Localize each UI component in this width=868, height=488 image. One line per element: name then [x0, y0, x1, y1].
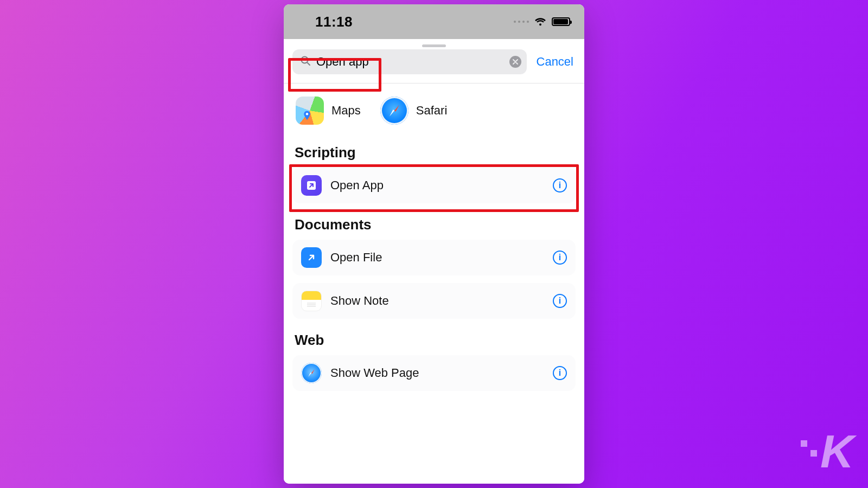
svg-line-1 — [307, 62, 310, 65]
status-icons — [514, 17, 570, 26]
safari-app-icon — [380, 97, 409, 125]
notes-app-icon — [301, 291, 322, 311]
phone-frame: 11:18 — [284, 4, 584, 484]
suggestion-label: Safari — [416, 104, 447, 118]
search-sheet: Cancel Maps Safari — [284, 39, 584, 484]
open-file-icon — [301, 247, 322, 268]
svg-point-3 — [306, 113, 308, 115]
watermark: K — [801, 425, 853, 478]
action-title: Open App — [330, 178, 544, 192]
search-input[interactable] — [316, 55, 503, 69]
section-title-web: Web — [295, 332, 576, 349]
action-title: Open File — [330, 251, 544, 265]
suggestion-safari[interactable]: Safari — [380, 97, 447, 125]
app-suggestions: Maps Safari — [292, 84, 576, 140]
info-button[interactable]: i — [553, 294, 567, 308]
svg-marker-11 — [308, 373, 311, 377]
section-title-scripting: Scripting — [295, 144, 576, 161]
sheet-grabber[interactable] — [422, 44, 446, 47]
open-app-icon — [301, 175, 322, 196]
search-icon — [300, 55, 311, 68]
info-button[interactable]: i — [553, 366, 567, 380]
action-open-app[interactable]: Open App i — [292, 168, 576, 203]
status-time: 11:18 — [315, 14, 353, 30]
svg-marker-5 — [388, 110, 394, 117]
action-title: Show Note — [330, 294, 544, 308]
svg-marker-10 — [311, 369, 315, 374]
wallpaper: 11:18 — [0, 0, 868, 488]
clear-search-button[interactable] — [509, 56, 521, 68]
status-bar: 11:18 — [284, 4, 584, 39]
safari-action-icon — [301, 363, 322, 383]
search-field[interactable] — [292, 49, 527, 74]
info-button[interactable]: i — [553, 178, 567, 192]
wifi-icon — [534, 17, 546, 26]
svg-marker-4 — [394, 105, 400, 112]
action-show-note[interactable]: Show Note i — [292, 283, 576, 319]
search-row: Cancel — [284, 49, 584, 82]
maps-app-icon — [296, 97, 324, 125]
info-button[interactable]: i — [553, 251, 567, 265]
action-open-file[interactable]: Open File i — [292, 240, 576, 275]
action-show-web-page[interactable]: Show Web Page i — [292, 355, 576, 391]
action-title: Show Web Page — [330, 366, 544, 380]
suggestion-label: Maps — [331, 104, 361, 118]
more-dots-icon — [514, 21, 529, 23]
cancel-button[interactable]: Cancel — [534, 55, 576, 69]
section-title-documents: Documents — [295, 216, 576, 233]
watermark-letter: K — [820, 425, 853, 478]
battery-icon — [552, 17, 570, 26]
suggestion-maps[interactable]: Maps — [296, 97, 361, 125]
results-content: Maps Safari Scripting — [284, 84, 584, 391]
